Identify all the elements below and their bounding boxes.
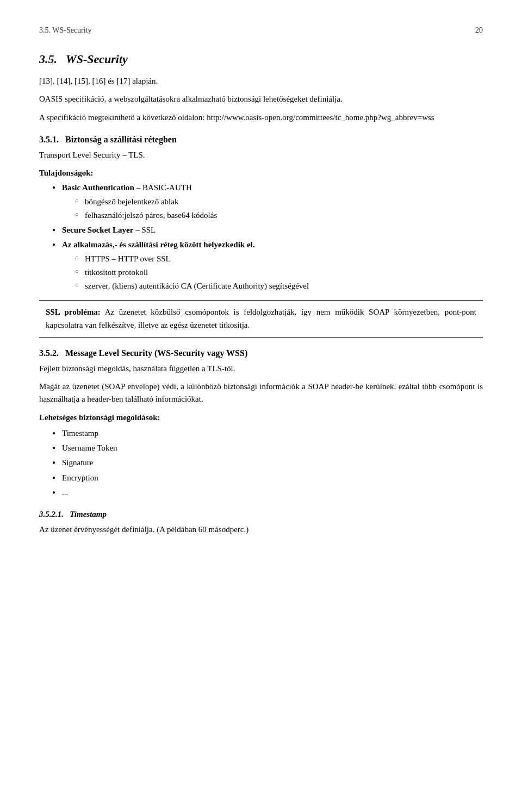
list-item: Signature <box>52 457 483 469</box>
intro3: A specifikáció megtekinthető a következő… <box>39 111 483 124</box>
intro1: [13], [14], [15], [16] és [17] alapján. <box>39 75 483 88</box>
list-item: böngésző bejelentkező ablak <box>75 196 483 208</box>
section-352-title: Message Level Security (WS-Security vagy… <box>65 348 247 358</box>
section-3521-title: Timestamp <box>70 510 107 519</box>
ssl-problem-label: SSL probléma: <box>46 308 101 316</box>
item2-rest: – SSL <box>133 226 156 234</box>
lehetseges-list: Timestamp Username Token Signature Encry… <box>39 427 483 499</box>
list-item: Secure Socket Layer – SSL <box>52 224 483 236</box>
page: 3.5. WS-Security 20 3.5. WS-Security [13… <box>0 0 522 567</box>
list-item: HTTPS – HTTP over SSL <box>75 253 483 265</box>
item2-bold: Secure Socket Layer <box>62 226 133 234</box>
lehetseges-label: Lehetséges biztonsági megoldások: <box>39 411 483 424</box>
properties-label: Tulajdonságok: <box>39 167 483 179</box>
section-352-intro1: Fejlett biztonsági megoldás, használata … <box>39 363 483 375</box>
list-item: Basic Authentication – BASIC-AUTH böngés… <box>52 182 483 222</box>
section-35-number: 3.5. <box>39 52 57 66</box>
intro3-link[interactable]: http://www.oasis-open.org/committees/tc_… <box>207 113 434 122</box>
section-351-title: Biztonság a szállítási rétegben <box>65 135 177 144</box>
page-header: 3.5. WS-Security 20 <box>39 26 483 37</box>
sub-list-1: böngésző bejelentkező ablak felhasználó:… <box>62 196 483 222</box>
list-item: Username Token <box>52 442 483 454</box>
item1-bold: Basic Authentication <box>62 183 134 192</box>
list-item: titkosított protokoll <box>75 266 483 279</box>
list-item: Encryption <box>52 472 483 484</box>
section-351-intro: Transport Level Security – TLS. <box>39 149 483 161</box>
ssl-problem-box: SSL probléma: Az üzenetet közbülső csomó… <box>39 300 483 338</box>
section-351-heading: 3.5.1. Biztonság a szállítási rétegben <box>39 135 483 145</box>
section-35-title-text: WS-Security <box>66 52 128 66</box>
section-3521-number: 3.5.2.1. <box>39 510 64 519</box>
section-3521-heading: 3.5.2.1. Timestamp <box>39 510 483 519</box>
item1-rest: – BASIC-AUTH <box>134 183 192 192</box>
section-35-title: 3.5. WS-Security <box>39 52 483 66</box>
section-352-intro2: Magát az üzenetet (SOAP envelope) védi, … <box>39 380 483 406</box>
list-item: szerver, (kliens) autentikáció CA (Certi… <box>75 280 483 292</box>
header-left: 3.5. WS-Security <box>39 26 92 35</box>
section-3521-text: Az üzenet érvényességét definiálja. (A p… <box>39 523 483 536</box>
item3-bold: Az alkalmazás,- és szállítási réteg közö… <box>62 240 255 249</box>
section-352-number: 3.5.2. <box>39 348 59 358</box>
section-351-number: 3.5.1. <box>39 135 59 144</box>
list-item: felhasználó:jelszó páros, base64 kódolás <box>75 209 483 222</box>
list-item: ... <box>52 486 483 499</box>
list-item: Timestamp <box>52 427 483 440</box>
section-352-heading: 3.5.2. Message Level Security (WS-Securi… <box>39 348 483 358</box>
intro3-pre: A specifikáció megtekinthető a következő… <box>39 113 207 122</box>
ssl-problem-text: Az üzenetet közbülső csomópontok is feld… <box>46 308 476 329</box>
intro2: OASIS specifikáció, a webszolgáltatásokr… <box>39 93 483 105</box>
properties-list: Basic Authentication – BASIC-AUTH böngés… <box>39 182 483 292</box>
list-item: Az alkalmazás,- és szállítási réteg közö… <box>52 239 483 292</box>
sub-list-3: HTTPS – HTTP over SSL titkosított protok… <box>62 253 483 293</box>
header-right: 20 <box>475 26 483 35</box>
